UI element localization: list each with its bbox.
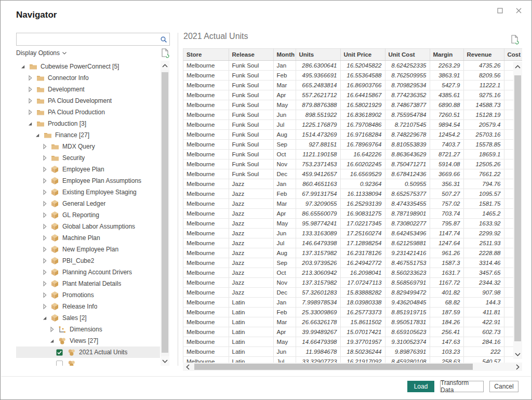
preview-title: 2021 Actual Units (183, 32, 248, 41)
tree-scroll-up-icon[interactable] (161, 61, 169, 70)
collapsed-arrow-icon[interactable] (27, 86, 33, 92)
collapsed-arrow-icon[interactable] (42, 281, 48, 287)
table-cell: 8.621259881 (385, 238, 430, 248)
tree-item-global-labor-assumptions[interactable]: Global Labor Assumptions (16, 221, 160, 232)
collapsed-arrow-icon[interactable] (42, 155, 48, 161)
collapsed-arrow-icon[interactable] (42, 235, 48, 241)
tree-item-pa-cloud-development[interactable]: PA Cloud Development (16, 95, 160, 106)
preview-hscrollbar[interactable] (183, 363, 522, 371)
table-cell: Jazz (229, 229, 273, 238)
collapsed-arrow-icon[interactable] (42, 189, 48, 195)
tree-item-views-27[interactable]: Views [27] (16, 335, 160, 346)
tree-item-new-employee-plan[interactable]: New Employee Plan (16, 244, 160, 255)
table-cell: 4385.61 (430, 90, 463, 100)
cancel-button[interactable]: Cancel (489, 381, 518, 392)
preview-vscrollbar[interactable] (513, 62, 522, 359)
table-cell: Melbourne (183, 199, 229, 209)
table-cell: 16.55364588 (340, 71, 385, 81)
preview-hscroll-thumb[interactable] (194, 364, 473, 370)
tree-scroll-thumb[interactable] (162, 72, 168, 353)
tree-item-finance-27[interactable]: Finance [27] (16, 129, 160, 141)
collapsed-arrow-icon[interactable] (42, 292, 48, 298)
preview-scroll-up-icon[interactable] (513, 62, 522, 71)
table-cell: 3457.65 (463, 268, 504, 278)
table-cell: 97.3209055 (296, 199, 340, 209)
collapsed-arrow-icon[interactable] (42, 212, 48, 218)
table-cell: Melbourne (183, 81, 229, 90)
search-input[interactable] (17, 33, 158, 45)
preview-scroll-left-icon[interactable] (183, 363, 192, 371)
tree-item-machine-plan[interactable]: Machine Plan (16, 232, 160, 244)
collapsed-arrow-icon[interactable] (27, 98, 33, 104)
refresh-preview-icon[interactable] (510, 35, 520, 45)
expanded-arrow-icon[interactable] (27, 121, 33, 127)
tree-scrollbar[interactable] (161, 61, 169, 366)
collapsed-arrow-icon[interactable] (49, 326, 55, 332)
folder-icon (36, 120, 45, 127)
tree-item-development[interactable]: Development (16, 84, 160, 95)
table-cell: Latin (229, 308, 273, 317)
cube-icon (51, 188, 59, 196)
tree-item-pa-cloud-production[interactable]: PA Cloud Production (16, 106, 160, 118)
tree-item-mdx-query[interactable]: MDX Query (16, 141, 160, 152)
tree-item-label: Sales [2] (62, 314, 87, 322)
expanded-arrow-icon[interactable] (34, 132, 41, 138)
checkbox-checked-icon[interactable] (56, 349, 63, 356)
tree-item-existing-employee-staging[interactable]: Existing Employee Staging (16, 186, 160, 198)
tree-item-plant-material-details[interactable]: Plant Material Details (16, 278, 160, 289)
tree-item-connector-info[interactable]: Connector Info (16, 72, 160, 84)
table-cell: 16.58021929 (340, 100, 385, 110)
close-icon[interactable] (513, 5, 524, 16)
tree-item-planning-account-drivers[interactable]: Planning Account Drivers (16, 266, 160, 278)
table-cell: Jul (273, 357, 296, 363)
collapsed-arrow-icon[interactable] (42, 223, 48, 230)
table-cell: Melbourne (183, 189, 229, 199)
load-button[interactable]: Load (407, 381, 434, 392)
refresh-list-icon[interactable] (161, 48, 170, 59)
tree-item-sales-2[interactable]: Sales [2] (16, 312, 160, 324)
table-cell: Apr (273, 209, 296, 219)
collapsed-arrow-icon[interactable] (42, 258, 48, 264)
tree-item-dimensions[interactable]: Dimensions (16, 324, 160, 335)
table-cell: 16.64415867 (340, 90, 385, 100)
transform-data-button[interactable]: Transform Data (440, 381, 484, 392)
collapsed-arrow-icon[interactable] (42, 269, 48, 275)
checkbox-unchecked-icon[interactable] (56, 361, 63, 366)
preview-scroll-down-icon[interactable] (513, 350, 522, 359)
tree-item-employee-plan[interactable]: Employee Plan (16, 164, 160, 175)
expanded-arrow-icon[interactable] (20, 63, 26, 70)
collapsed-arrow-icon[interactable] (27, 75, 33, 81)
tree-scroll-down-icon[interactable] (161, 356, 169, 366)
tree-item-security[interactable]: Security (16, 152, 160, 164)
tree-item-cubewise-powerconnect-5[interactable]: Cubewise PowerConnect [5] (16, 61, 160, 72)
table-cell: 15578.85 (463, 140, 504, 150)
tree-item-partial-item[interactable] (16, 358, 160, 366)
collapsed-arrow-icon[interactable] (42, 201, 48, 207)
tree-item-2021-actual-units[interactable]: 2021 Actual Units (16, 346, 160, 358)
expanded-arrow-icon[interactable] (49, 338, 55, 344)
tree-item-promotions[interactable]: Promotions (16, 289, 160, 301)
preview-vscroll-thumb[interactable] (514, 75, 521, 341)
display-options-dropdown[interactable]: Display Options (16, 48, 66, 58)
tree-item-employee-plan-assumptions[interactable]: Employee Plan Assumptions (16, 175, 160, 186)
collapsed-arrow-icon[interactable] (42, 143, 48, 150)
collapsed-arrow-icon[interactable] (42, 246, 48, 252)
tree-item-release-info[interactable]: Release Info (16, 301, 160, 312)
table-row: MelbourneJazzJun133.316308917.251602748.… (183, 229, 522, 238)
expanded-arrow-icon[interactable] (42, 315, 48, 321)
tree-item-production-3[interactable]: Production [3] (16, 118, 160, 129)
search-icon[interactable] (158, 33, 169, 45)
table-cell: 8.659105623 (385, 327, 430, 337)
collapsed-arrow-icon[interactable] (42, 303, 48, 310)
tree-item-gl-reporting[interactable]: GL Reporting (16, 209, 160, 221)
collapsed-arrow-icon[interactable] (42, 166, 48, 172)
collapsed-arrow-icon[interactable] (42, 178, 48, 184)
collapsed-arrow-icon[interactable] (27, 109, 33, 115)
preview-scroll-right-icon[interactable] (513, 363, 522, 371)
table-row: MelbourneJazzAug137.315798216.231781269.… (183, 248, 522, 258)
tree-item-pbi-cube2[interactable]: PBI_Cube2 (16, 255, 160, 266)
table-cell: Melbourne (183, 219, 229, 229)
tree-item-general-ledger[interactable]: General Ledger (16, 198, 160, 209)
tree-item-label: Production [3] (48, 120, 86, 127)
maximize-icon[interactable] (494, 5, 506, 16)
